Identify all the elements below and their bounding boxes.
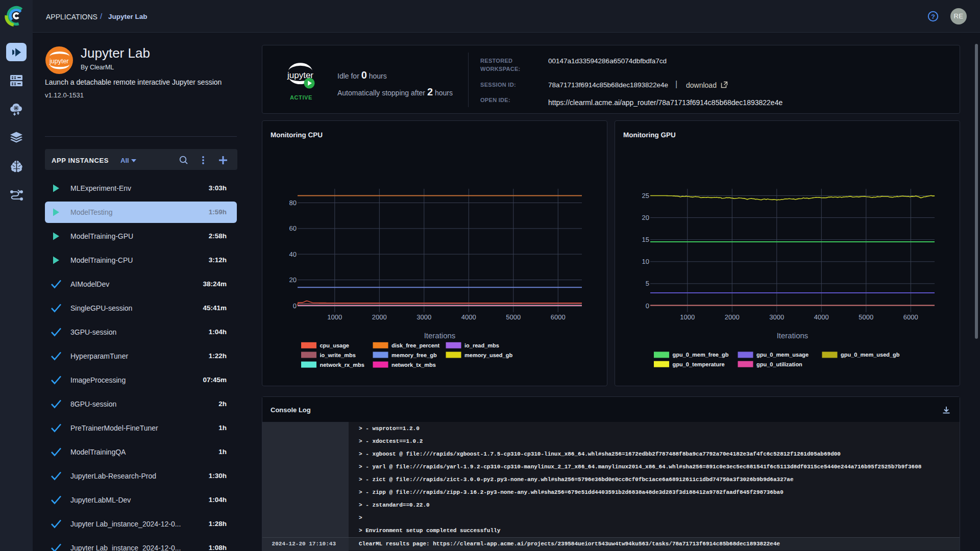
svg-text:4000: 4000: [814, 313, 829, 321]
svg-text:20: 20: [289, 276, 297, 284]
svg-text:25: 25: [642, 192, 649, 199]
svg-text:Iterations: Iterations: [777, 332, 808, 340]
svg-text:memory_free_gb: memory_free_gb: [391, 353, 437, 359]
svg-text:2000: 2000: [725, 313, 740, 321]
svg-text:Iterations: Iterations: [424, 332, 456, 340]
svg-text:5000: 5000: [506, 313, 521, 321]
svg-text:20: 20: [642, 214, 649, 221]
svg-text:10: 10: [642, 258, 649, 265]
svg-text:80: 80: [289, 199, 297, 207]
svg-text:6000: 6000: [551, 313, 566, 321]
svg-text:6000: 6000: [903, 313, 918, 321]
svg-text:gpu_0_mem_free_gb: gpu_0_mem_free_gb: [673, 352, 729, 358]
svg-text:2000: 2000: [372, 313, 387, 321]
svg-text:gpu_0_utilization: gpu_0_utilization: [756, 362, 802, 368]
svg-text:network_tx_mbs: network_tx_mbs: [391, 362, 436, 368]
svg-text:cpu_usage: cpu_usage: [320, 343, 349, 349]
svg-text:io_write_mbs: io_write_mbs: [320, 353, 356, 359]
svg-text:gpu_0_mem_usage: gpu_0_mem_usage: [756, 352, 808, 358]
svg-text:1000: 1000: [680, 313, 695, 321]
svg-text:3000: 3000: [416, 313, 431, 321]
svg-text:4000: 4000: [461, 313, 476, 321]
svg-text:60: 60: [289, 224, 297, 232]
svg-text:3000: 3000: [769, 313, 784, 321]
svg-text:40: 40: [289, 251, 297, 258]
svg-text:0: 0: [646, 302, 649, 310]
svg-text:Monitoring CPU: Monitoring CPU: [271, 131, 323, 139]
svg-text:gpu_0_temperature: gpu_0_temperature: [673, 362, 725, 368]
svg-text:memory_used_gb: memory_used_gb: [464, 353, 512, 359]
svg-text:5: 5: [646, 280, 649, 287]
svg-text:5000: 5000: [859, 313, 873, 321]
svg-text:15: 15: [642, 236, 649, 243]
svg-text:Monitoring GPU: Monitoring GPU: [623, 131, 676, 139]
svg-text:?: ?: [931, 13, 935, 20]
svg-text:1000: 1000: [327, 313, 342, 321]
svg-text:network_rx_mbs: network_rx_mbs: [320, 362, 364, 368]
svg-text:disk_free_percent: disk_free_percent: [391, 343, 439, 349]
svg-text:io_read_mbs: io_read_mbs: [464, 343, 499, 349]
svg-text:gpu_0_mem_used_gb: gpu_0_mem_used_gb: [841, 352, 900, 358]
svg-text:0: 0: [293, 302, 297, 310]
